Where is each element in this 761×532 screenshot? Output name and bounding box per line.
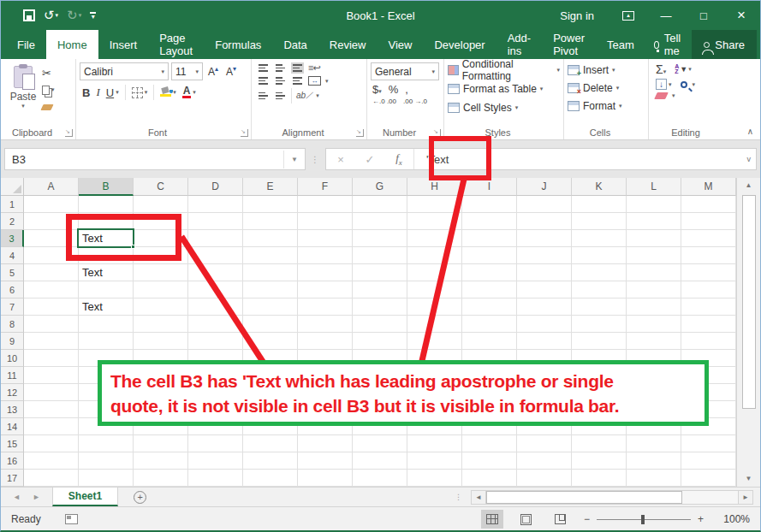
prev-sheet-icon[interactable]: ◄ bbox=[13, 493, 21, 501]
delete-button[interactable]: × Delete▾ bbox=[568, 80, 645, 96]
vertical-scroll-thumb[interactable] bbox=[742, 195, 756, 409]
normal-view-button[interactable] bbox=[481, 510, 503, 529]
cell-J16[interactable] bbox=[517, 452, 572, 470]
cell-M17[interactable] bbox=[681, 470, 736, 487]
cell-J3[interactable] bbox=[517, 230, 572, 247]
column-header-D[interactable]: D bbox=[188, 178, 243, 196]
increase-decimal-button[interactable]: ←.0 .00 bbox=[372, 98, 396, 105]
bold-button[interactable]: B bbox=[82, 86, 90, 99]
cell-G17[interactable] bbox=[353, 470, 407, 487]
cell-J2[interactable] bbox=[517, 213, 572, 230]
column-header-F[interactable]: F bbox=[298, 178, 353, 196]
cell-G1[interactable] bbox=[353, 196, 407, 213]
cell-L9[interactable] bbox=[627, 333, 681, 350]
clipboard-dialog-launcher[interactable]: ↘ bbox=[65, 129, 73, 137]
ribbon-tab-add-ins[interactable]: Add-ins bbox=[496, 30, 542, 59]
cell-C6[interactable] bbox=[134, 281, 188, 299]
cell-F7[interactable] bbox=[298, 299, 353, 316]
cell-C5[interactable] bbox=[134, 264, 188, 281]
decrease-decimal-button[interactable]: .00 →.0 bbox=[403, 98, 427, 105]
cell-F8[interactable] bbox=[298, 316, 353, 333]
cell-I16[interactable] bbox=[462, 452, 517, 470]
cell-F2[interactable] bbox=[298, 213, 353, 230]
horizontal-scroll-thumb[interactable] bbox=[486, 491, 682, 504]
cell-E17[interactable] bbox=[243, 470, 298, 487]
cell-J8[interactable] bbox=[517, 316, 572, 333]
cell-I3[interactable] bbox=[462, 230, 517, 247]
ribbon-tab-team[interactable]: Team bbox=[596, 30, 645, 59]
row-header-3[interactable]: 3 bbox=[1, 230, 24, 247]
cell-M7[interactable] bbox=[681, 299, 736, 316]
row-header-6[interactable]: 6 bbox=[1, 281, 24, 299]
cell-B8[interactable] bbox=[79, 316, 134, 333]
cell-I15[interactable] bbox=[462, 435, 517, 452]
cell-E3[interactable] bbox=[243, 230, 298, 247]
cell-J15[interactable] bbox=[517, 435, 572, 452]
cell-G7[interactable] bbox=[353, 299, 407, 316]
cell-A17[interactable] bbox=[24, 470, 79, 487]
cell-B17[interactable] bbox=[79, 470, 134, 487]
align-left-button[interactable] bbox=[257, 75, 270, 86]
cell-K1[interactable] bbox=[572, 196, 627, 213]
cell-I9[interactable] bbox=[462, 333, 517, 350]
cell-D15[interactable] bbox=[188, 435, 243, 452]
cell-J17[interactable] bbox=[517, 470, 572, 487]
enter-icon[interactable]: ✓ bbox=[355, 153, 384, 166]
percent-button[interactable]: % bbox=[389, 83, 399, 96]
cell-A8[interactable] bbox=[24, 316, 79, 333]
formula-bar[interactable]: × ✓ fx 'Text v bbox=[325, 148, 757, 170]
ribbon-tab-review[interactable]: Review bbox=[318, 30, 378, 59]
cell-G2[interactable] bbox=[353, 213, 407, 230]
cell-L16[interactable] bbox=[627, 452, 681, 470]
collapse-ribbon-icon[interactable]: ∧ bbox=[747, 127, 753, 136]
bottom-align-button[interactable] bbox=[291, 62, 304, 74]
cell-J4[interactable] bbox=[517, 247, 572, 264]
cell-K8[interactable] bbox=[572, 316, 627, 333]
share-button[interactable]: Share bbox=[692, 30, 757, 59]
page-layout-view-button[interactable] bbox=[515, 510, 538, 529]
ribbon-tab-data[interactable]: Data bbox=[272, 30, 318, 59]
zoom-slider[interactable] bbox=[597, 519, 691, 520]
currency-button[interactable]: $▾ bbox=[372, 83, 382, 96]
cell-I2[interactable] bbox=[462, 213, 517, 230]
cell-F9[interactable] bbox=[298, 333, 353, 350]
cell-G9[interactable] bbox=[353, 333, 407, 350]
formula-bar-grip[interactable]: ⋮ bbox=[311, 155, 320, 164]
cell-M2[interactable] bbox=[681, 213, 736, 230]
cell-J1[interactable] bbox=[517, 196, 572, 213]
cell-H4[interactable] bbox=[407, 247, 462, 264]
next-sheet-icon[interactable]: ► bbox=[33, 493, 40, 501]
cell-B15[interactable] bbox=[79, 435, 134, 452]
cell-I4[interactable] bbox=[462, 247, 517, 264]
cell-M6[interactable] bbox=[681, 281, 736, 299]
scroll-right-icon[interactable]: ► bbox=[738, 490, 753, 505]
cell-K2[interactable] bbox=[572, 213, 627, 230]
cell-K9[interactable] bbox=[572, 333, 627, 350]
zoom-level[interactable]: 100% bbox=[716, 513, 750, 525]
cell-M1[interactable] bbox=[681, 196, 736, 213]
cell-G16[interactable] bbox=[353, 452, 407, 470]
cell-C9[interactable] bbox=[134, 333, 188, 350]
column-header-G[interactable]: G bbox=[353, 178, 407, 196]
orientation-button[interactable]: ab⟋ bbox=[296, 91, 312, 101]
cancel-icon[interactable]: × bbox=[326, 153, 355, 166]
cell-J5[interactable] bbox=[517, 264, 572, 281]
row-header-12[interactable]: 12 bbox=[1, 384, 24, 401]
cell-B16[interactable] bbox=[79, 452, 134, 470]
cell-L6[interactable] bbox=[627, 281, 681, 299]
fill-button[interactable]: ↓▾ bbox=[656, 79, 672, 90]
cell-B7[interactable]: Text bbox=[79, 299, 134, 316]
italic-button[interactable]: I bbox=[96, 86, 99, 99]
alignment-dialog-launcher[interactable]: ↘ bbox=[356, 129, 364, 137]
format-button[interactable]: Format▾ bbox=[568, 98, 645, 114]
column-header-K[interactable]: K bbox=[572, 178, 627, 196]
ribbon-tab-power-pivot[interactable]: Power Pivot bbox=[542, 30, 596, 59]
cell-E2[interactable] bbox=[243, 213, 298, 230]
column-header-C[interactable]: C bbox=[134, 178, 188, 196]
font-name-combo[interactable]: Calibri▾ bbox=[80, 62, 169, 80]
cell-D9[interactable] bbox=[188, 333, 243, 350]
cell-A12[interactable] bbox=[24, 384, 79, 401]
ribbon-tab-page-layout[interactable]: Page Layout bbox=[148, 30, 204, 59]
row-header-2[interactable]: 2 bbox=[1, 213, 24, 230]
cell-K3[interactable] bbox=[572, 230, 627, 247]
